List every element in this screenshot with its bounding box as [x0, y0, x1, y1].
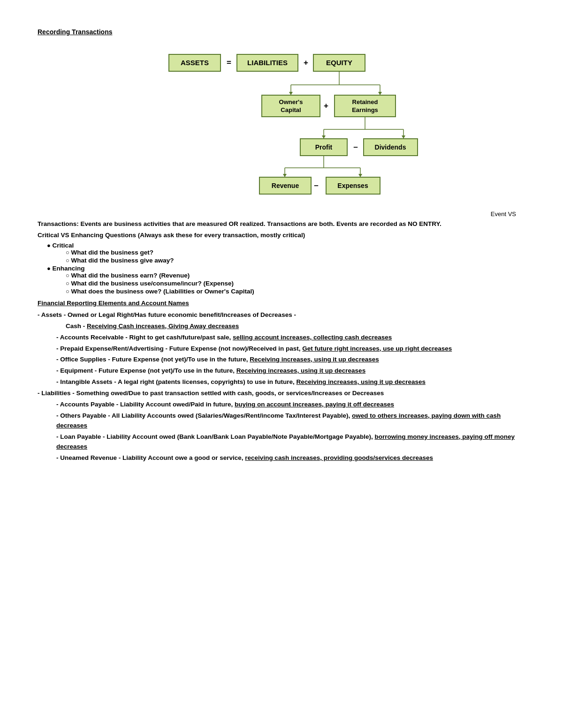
svg-text:Profit: Profit: [315, 143, 333, 151]
svg-text:Capital: Capital: [281, 106, 301, 113]
critical-vs-enhancing-header: Critical VS Enhancing Questions (Always …: [38, 231, 525, 240]
critical-item: Critical What did the business get? What…: [47, 242, 525, 264]
svg-text:–: –: [353, 143, 358, 151]
svg-text:+: +: [324, 101, 328, 110]
svg-text:ASSETS: ASSETS: [181, 59, 209, 67]
svg-text:Earnings: Earnings: [352, 106, 378, 113]
svg-marker-13: [378, 92, 382, 95]
svg-marker-35: [283, 174, 287, 177]
svg-marker-37: [358, 174, 362, 177]
enhancing-item: Enhancing What did the business earn? (R…: [47, 265, 525, 295]
svg-text:+: +: [304, 58, 308, 67]
prepaid-line: - Prepaid Expense/Rent/Advertising - Fut…: [56, 344, 525, 354]
svg-marker-24: [322, 135, 326, 139]
critical-subitem-1: What did the business get?: [66, 249, 525, 256]
cash-line: Cash - Receiving Cash increases, Giving …: [66, 322, 525, 331]
loan-payable-line: - Loan Payable - Liability Account owed …: [56, 432, 525, 452]
svg-text:Dividends: Dividends: [375, 143, 406, 151]
accounting-equation-diagram: ASSETS = LIABILITIES + EQUITY Owner's Ca…: [141, 50, 422, 206]
intangible-line: - Intangible Assets - A legal right (pat…: [56, 377, 525, 387]
page-title: Recording Transactions: [38, 28, 525, 36]
transactions-paragraph: Transactions: Events are business activi…: [38, 219, 525, 229]
enhancing-subitem-3: What does the business owe? (Liabilities…: [66, 288, 525, 295]
svg-text:Expenses: Expenses: [337, 182, 368, 189]
liabilities-line: - Liabilities - Something owed/Due to pa…: [38, 389, 525, 398]
critical-enhancing-list: Critical What did the business get? What…: [47, 242, 525, 295]
svg-text:Revenue: Revenue: [272, 182, 299, 189]
svg-text:Owner's: Owner's: [279, 98, 303, 105]
financial-section-header: Financial Reporting Elements and Account…: [38, 299, 525, 308]
svg-text:Retained: Retained: [352, 98, 378, 105]
assets-line: - Assets - Owned or Legal Right/Has futu…: [38, 310, 525, 320]
enhancing-subitem-2: What did the business use/consume/incur?…: [66, 280, 525, 287]
equipment-line: - Equipment - Future Expense (not yet)/T…: [56, 366, 525, 376]
accounts-receivable-line: - Accounts Receivable - Right to get cas…: [56, 333, 525, 343]
svg-text:–: –: [314, 181, 318, 190]
critical-subitem-2: What did the business give away?: [66, 257, 525, 264]
others-payable-line: - Others Payable - All Liability Account…: [56, 411, 525, 431]
svg-text:LIABILITIES: LIABILITIES: [247, 59, 288, 67]
accounts-payable-line: - Accounts Payable - Liability Account o…: [56, 400, 525, 410]
office-supplies-line: - Office Supplies - Future Expense (not …: [56, 355, 525, 365]
unearned-revenue-line: - Uneamed Revenue - Liability Account ow…: [56, 453, 525, 463]
event-vs-label: Event VS: [38, 210, 516, 218]
svg-marker-26: [402, 135, 405, 139]
financial-reporting-section: Financial Reporting Elements and Account…: [38, 299, 525, 463]
svg-text:=: =: [227, 58, 231, 67]
svg-marker-11: [289, 92, 293, 95]
enhancing-subitem-1: What did the business earn? (Revenue): [66, 272, 525, 279]
svg-text:EQUITY: EQUITY: [326, 59, 352, 67]
